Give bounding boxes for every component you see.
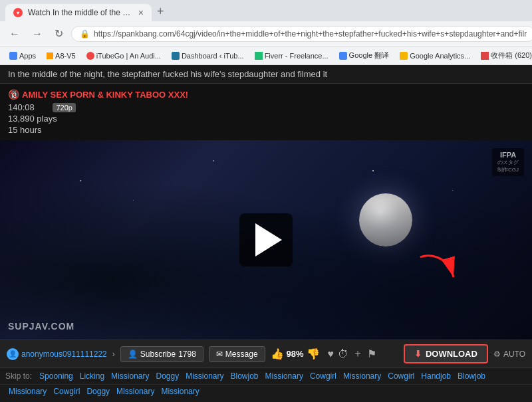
dashboard-icon xyxy=(172,52,180,60)
like-percentage: 98% xyxy=(287,349,304,359)
bookmarks-bar: Apps A8-V5 iTubeGo | An Audi... Dashboar… xyxy=(0,47,532,65)
video-age: 15 hours xyxy=(8,125,524,135)
play-button[interactable] xyxy=(239,213,293,266)
a8v5-icon xyxy=(47,52,53,59)
skip-link-cowgirl-1[interactable]: Cowgirl xyxy=(307,371,340,381)
skip-link-cowgirl-2[interactable]: Cowgirl xyxy=(384,371,418,381)
user-avatar xyxy=(7,348,19,360)
tag-missionary-2[interactable]: Missionary xyxy=(113,386,158,397)
video-player[interactable]: SUPJAV.COM IFPA のスタグ制作CGJ xyxy=(0,140,532,340)
subscribe-label: Subscribe xyxy=(140,350,176,359)
bookmark-gmail[interactable]: 收件箱 (620) - che... xyxy=(477,49,532,62)
tag-doggy[interactable]: Doggy xyxy=(83,386,113,397)
video-info: 🔞 AMILY SEX PORN & KINKY TABOO XXX! 140:… xyxy=(0,84,532,140)
page-title-bar: In the middle of the night, the stepfath… xyxy=(0,65,532,84)
logo-overlay: IFPA のスタグ制作CGJ xyxy=(492,148,524,176)
watchlater-button[interactable]: ⏱ xyxy=(338,347,348,361)
bookmark-itubego[interactable]: iTubeGo | An Audi... xyxy=(82,50,165,61)
google-translate-icon xyxy=(339,52,347,60)
bookmark-fiverr[interactable]: Fiverr - Freelance... xyxy=(251,50,332,61)
auto-label: AUTO xyxy=(503,350,525,359)
subscribe-count: 1798 xyxy=(178,350,196,359)
subscribe-person-icon: 👤 xyxy=(128,350,138,359)
skip-link-missionary-3[interactable]: Missionary xyxy=(262,371,307,381)
new-tab-button[interactable]: + xyxy=(152,2,170,21)
lock-icon: 🔒 xyxy=(80,29,90,39)
username: anonymous0911111222 xyxy=(21,350,107,359)
page-content: In the middle of the night, the stepfath… xyxy=(0,65,532,398)
itubego-icon xyxy=(86,52,94,60)
forward-button[interactable]: → xyxy=(28,25,47,43)
url-text: https://spankbang.com/64cgj/video/in+the… xyxy=(94,29,527,39)
play-count: 13,890 plays xyxy=(8,114,524,124)
logo-subtitle: のスタグ制作CGJ xyxy=(497,159,519,173)
download-button[interactable]: ⬇ DOWNLOAD xyxy=(404,344,488,363)
message-button[interactable]: ✉ Message xyxy=(209,346,265,362)
bookmark-a8v5[interactable]: A8-V5 xyxy=(43,50,80,61)
channel-label: 🔞 AMILY SEX PORN & KINKY TABOO XXX! xyxy=(8,89,524,100)
back-button[interactable]: ← xyxy=(5,25,24,43)
skip-link-handjob[interactable]: Handjob xyxy=(418,371,454,381)
video-duration: 140:08 xyxy=(8,102,35,112)
bookmark-analytics[interactable]: Google Analytics... xyxy=(396,50,474,61)
tab-bar: Watch In the middle of the ni... × + xyxy=(0,0,532,21)
tag-cowgirl[interactable]: Cowgirl xyxy=(50,386,83,397)
refresh-button[interactable]: ↻ xyxy=(51,25,67,43)
tab-close-button[interactable]: × xyxy=(138,7,144,18)
quality-badge: 720p xyxy=(53,103,75,112)
address-bar[interactable]: 🔒 https://spankbang.com/64cgj/video/in+t… xyxy=(71,26,532,42)
message-label: Message xyxy=(225,350,258,359)
analytics-icon xyxy=(400,52,408,60)
skip-link-blowjob[interactable]: Blowjob xyxy=(227,371,262,381)
skip-link-licking[interactable]: Licking xyxy=(76,371,108,381)
play-triangle-icon xyxy=(255,223,282,256)
flag-button[interactable]: ⚑ xyxy=(367,347,376,361)
skip-bar: Skip to: Spooning Licking Missionary Dog… xyxy=(0,368,532,385)
gear-icon: ⚙ xyxy=(493,350,501,359)
download-icon: ⬇ xyxy=(414,349,422,359)
action-icons: ♥ ⏱ ＋ ⚑ xyxy=(328,347,377,361)
chevron-icon: › xyxy=(112,350,115,359)
message-icon: ✉ xyxy=(216,350,223,359)
fiverr-icon xyxy=(255,52,263,60)
browser-chrome: Watch In the middle of the ni... × + ← →… xyxy=(0,0,532,65)
skip-link-doggy[interactable]: Doggy xyxy=(152,371,182,381)
like-area: 👍 98% 👎 xyxy=(271,348,320,360)
logo-text: IFPA xyxy=(497,151,519,159)
skip-link-missionary-1[interactable]: Missionary xyxy=(108,371,152,381)
download-label: DOWNLOAD xyxy=(426,349,477,359)
skip-label: Skip to: xyxy=(5,371,32,381)
tab-title: Watch In the middle of the ni... xyxy=(28,8,133,17)
active-tab[interactable]: Watch In the middle of the ni... × xyxy=(5,4,152,21)
skip-link-missionary-2[interactable]: Missionary xyxy=(182,371,227,381)
tags-row: Missionary Cowgirl Doggy Missionary Miss… xyxy=(0,385,532,398)
download-arrow-overlay xyxy=(414,251,460,290)
watermark: SUPJAV.COM xyxy=(8,321,74,332)
channel-name: AMILY SEX PORN & KINKY TABOO XXX! xyxy=(22,90,188,100)
dislike-button[interactable]: 👎 xyxy=(307,348,320,360)
tag-missionary-1[interactable]: Missionary xyxy=(5,386,50,397)
like-button[interactable]: 👍 xyxy=(271,348,284,360)
skip-link-spooning[interactable]: Spooning xyxy=(36,371,76,381)
bookmark-google-translate[interactable]: Google 翻译 xyxy=(335,49,394,62)
red-arrow-icon xyxy=(414,251,460,287)
nav-bar: ← → ↻ 🔒 https://spankbang.com/64cgj/vide… xyxy=(0,21,532,47)
apps-icon xyxy=(9,52,17,60)
video-meta: 140:08 720p xyxy=(8,102,524,112)
bookmark-apps[interactable]: Apps xyxy=(5,50,40,61)
heart-button[interactable]: ♥ xyxy=(328,347,334,361)
add-to-playlist-button[interactable]: ＋ xyxy=(352,347,363,361)
user-info: anonymous0911111222 xyxy=(7,348,107,360)
tag-missionary-3[interactable]: Missionary xyxy=(158,386,202,397)
bookmark-dashboard[interactable]: Dashboard ‹ iTub... xyxy=(168,50,248,61)
auto-quality-button[interactable]: ⚙ AUTO xyxy=(493,350,525,359)
tab-favicon xyxy=(13,8,23,17)
subscribe-button[interactable]: 👤 Subscribe 1798 xyxy=(120,346,203,362)
page-title: In the middle of the night, the stepfath… xyxy=(8,69,327,79)
skip-link-missionary-4[interactable]: Missionary xyxy=(340,371,384,381)
gmail-icon xyxy=(481,52,489,60)
action-bar: anonymous0911111222 › 👤 Subscribe 1798 ✉… xyxy=(0,340,532,368)
skip-link-blowjob-2[interactable]: Blowjob xyxy=(454,371,489,381)
